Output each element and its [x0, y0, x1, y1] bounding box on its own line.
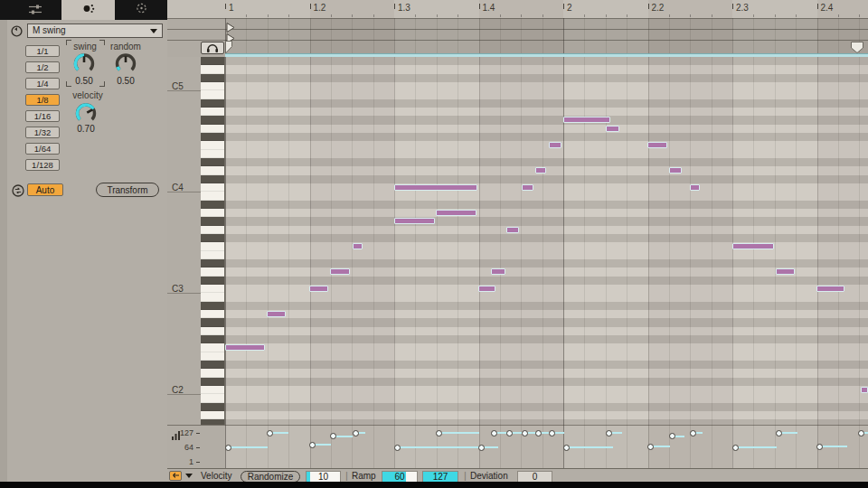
midi-note[interactable] — [647, 142, 667, 148]
piano-key[interactable] — [201, 352, 224, 361]
randomize-amount-field[interactable]: 10 — [306, 471, 341, 483]
piano-key[interactable] — [201, 175, 224, 183]
midi-note[interactable] — [491, 268, 505, 275]
midi-note[interactable] — [549, 142, 561, 148]
piano-key[interactable] — [201, 116, 224, 124]
midi-note[interactable] — [436, 210, 476, 216]
midi-note[interactable] — [776, 268, 795, 275]
midi-note[interactable] — [816, 286, 844, 292]
piano-key[interactable] — [201, 166, 224, 174]
piano-key[interactable] — [201, 335, 224, 343]
midi-note[interactable] — [309, 286, 328, 292]
midi-note[interactable] — [732, 243, 774, 249]
piano-key[interactable] — [201, 201, 224, 209]
ramp-start-field[interactable]: 60 — [382, 471, 418, 483]
velocity-marker[interactable] — [647, 444, 654, 450]
piano-key[interactable] — [201, 386, 224, 394]
tab-generators[interactable] — [115, 0, 167, 20]
piano-key[interactable] — [201, 108, 224, 116]
piano-key[interactable] — [201, 226, 224, 234]
velocity-marker[interactable] — [491, 430, 497, 436]
midi-note[interactable] — [606, 126, 619, 132]
preset-dropdown[interactable]: M swing — [27, 23, 163, 38]
piano-key[interactable] — [201, 293, 224, 301]
piano-key[interactable] — [201, 394, 224, 402]
piano-key[interactable] — [201, 74, 224, 82]
velocity-marker[interactable] — [506, 430, 513, 436]
rate-button-1/128[interactable]: 1/128 — [25, 159, 60, 171]
auto-apply-icon[interactable] — [11, 183, 25, 202]
velocity-marker[interactable] — [535, 430, 542, 436]
piano-key[interactable] — [201, 403, 224, 411]
velocity-marker[interactable] — [669, 433, 675, 439]
velocity-marker[interactable] — [309, 442, 316, 448]
auto-button[interactable]: Auto — [27, 183, 63, 196]
lane-select-caret[interactable] — [185, 474, 193, 478]
midi-note[interactable] — [522, 184, 533, 191]
midi-note[interactable] — [394, 184, 477, 191]
midi-note[interactable] — [330, 268, 350, 275]
piano-key[interactable] — [201, 99, 224, 108]
ramp-end-field[interactable]: 127 — [422, 471, 458, 483]
velocity-marker[interactable] — [549, 430, 555, 436]
velocity-marker[interactable] — [816, 444, 823, 450]
piano-key[interactable] — [201, 378, 224, 386]
hot-swap-icon[interactable] — [10, 24, 24, 42]
velocity-marker[interactable] — [267, 430, 273, 436]
piano-key[interactable] — [201, 259, 224, 267]
velocity-marker[interactable] — [436, 430, 442, 436]
velocity-marker[interactable] — [478, 445, 485, 451]
midi-note[interactable] — [478, 286, 495, 292]
rate-button-1/32[interactable]: 1/32 — [25, 127, 60, 138]
piano-key[interactable] — [201, 361, 224, 369]
piano-key[interactable] — [201, 65, 224, 73]
piano-key[interactable] — [201, 234, 224, 242]
piano-key[interactable] — [201, 318, 224, 326]
midi-note[interactable] — [506, 227, 519, 233]
piano-key[interactable] — [201, 90, 224, 99]
piano-key[interactable] — [201, 141, 224, 149]
velocity-marker[interactable] — [606, 430, 612, 436]
rate-button-1/2[interactable]: 1/2 — [25, 61, 60, 73]
tab-note-transform[interactable] — [61, 0, 115, 20]
velocity-marker[interactable] — [858, 430, 864, 436]
playback-marker-icon[interactable] — [226, 20, 235, 30]
piano-key[interactable] — [201, 125, 224, 133]
piano-key[interactable] — [201, 267, 224, 276]
piano-key[interactable] — [201, 209, 224, 217]
midi-note[interactable] — [394, 218, 435, 224]
midi-note[interactable] — [225, 344, 265, 351]
velocity-marker[interactable] — [353, 430, 359, 436]
velocity-marker[interactable] — [225, 445, 231, 451]
piano-key[interactable] — [201, 217, 224, 225]
piano-key[interactable] — [201, 251, 224, 259]
rate-button-1/8[interactable]: 1/8 — [25, 94, 60, 106]
midi-note[interactable] — [861, 387, 868, 393]
piano-key[interactable] — [201, 343, 224, 352]
velocity-marker[interactable] — [776, 430, 782, 436]
piano-key[interactable] — [201, 285, 224, 293]
midi-note[interactable] — [690, 184, 700, 191]
piano-key[interactable] — [201, 183, 224, 192]
piano-key[interactable] — [201, 150, 224, 158]
midi-note[interactable] — [353, 243, 363, 249]
clip-end-marker[interactable] — [851, 41, 863, 52]
velocity-marker[interactable] — [563, 445, 570, 451]
rate-button-1/1[interactable]: 1/1 — [25, 45, 60, 57]
clip-start-marker[interactable] — [225, 41, 233, 54]
piano-key[interactable] — [201, 411, 224, 419]
loop-region-line[interactable] — [225, 53, 868, 57]
piano-key[interactable] — [201, 158, 224, 166]
piano-key[interactable] — [201, 133, 224, 141]
midi-note[interactable] — [563, 117, 610, 123]
piano-key[interactable] — [201, 192, 224, 200]
rate-button-1/4[interactable]: 1/4 — [25, 78, 60, 89]
deviation-field[interactable]: 0 — [517, 471, 552, 483]
piano-key[interactable] — [201, 242, 224, 250]
piano-key[interactable] — [201, 277, 224, 285]
audition-button[interactable] — [201, 42, 224, 54]
piano-key[interactable] — [201, 57, 224, 65]
midi-note[interactable] — [669, 167, 682, 174]
randomize-button[interactable]: Randomize — [241, 471, 300, 483]
piano-key[interactable] — [201, 82, 224, 90]
